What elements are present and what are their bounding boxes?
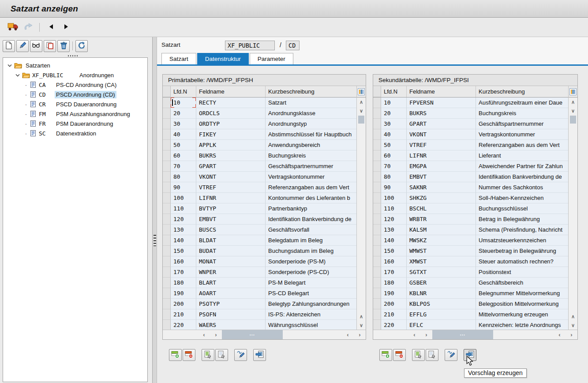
- tree-item-fr[interactable]: · FR PSM Daueranordnung: [3, 119, 147, 128]
- column-header-kurzbeschreibung[interactable]: Kurzbeschreibung: [476, 86, 568, 97]
- table-row[interactable]: 70 EMGPA Abweichender Partner für Zahlun: [373, 161, 568, 172]
- scrollbar-thumb[interactable]: [358, 116, 364, 124]
- row-selector[interactable]: [373, 129, 381, 140]
- cell-feldname[interactable]: PSOTYP: [196, 299, 266, 309]
- primary-horizontal-scrollbar[interactable]: ‹ › ⋯ ‹ ›: [163, 330, 366, 339]
- table-row[interactable]: 130 BUSCS Geschäftsvorfall: [163, 225, 356, 235]
- cell-kurzbeschreibung[interactable]: Buchungsschlüssel: [476, 203, 568, 214]
- table-row[interactable]: 140 BLDAT Belegdatum im Beleg: [163, 235, 356, 246]
- cell-lfdn[interactable]: 180: [171, 278, 196, 288]
- column-header-lfdn[interactable]: Lfd.N: [171, 86, 196, 97]
- cell-feldname[interactable]: AOART: [196, 288, 266, 299]
- cell-kurzbeschreibung[interactable]: Buchungsdatum im Beleg: [266, 246, 356, 256]
- row-selector[interactable]: [163, 288, 171, 299]
- cell-kurzbeschreibung[interactable]: Positionstext: [476, 267, 568, 278]
- scroll-up-button[interactable]: ∧: [357, 98, 366, 106]
- cell-lfdn[interactable]: 160: [381, 256, 407, 267]
- cell-kurzbeschreibung[interactable]: PS-M Belegart: [266, 278, 356, 288]
- row-selector[interactable]: [373, 140, 381, 150]
- scroll-right-button[interactable]: ›: [354, 330, 366, 339]
- row-selector[interactable]: [163, 203, 171, 214]
- cell-feldname[interactable]: BUDAT: [196, 246, 266, 256]
- row-selector[interactable]: [163, 129, 171, 140]
- cell-kurzbeschreibung[interactable]: Geschäftsbereich: [476, 278, 568, 288]
- tree-item-label[interactable]: Datenextraktion: [55, 130, 97, 137]
- scroll-left-button[interactable]: ‹: [342, 330, 354, 339]
- cell-feldname[interactable]: KALSM: [407, 225, 476, 235]
- row-selector[interactable]: [163, 320, 171, 330]
- table-row[interactable]: 120 EMBVT Identifikation Bankverbindung …: [163, 214, 356, 225]
- tree-item-sc[interactable]: · SC Datenextraktion: [3, 128, 147, 138]
- cell-feldname[interactable]: LIFNR: [196, 193, 266, 203]
- cell-feldname[interactable]: VKONT: [196, 172, 266, 182]
- cell-kurzbeschreibung[interactable]: Buchungskreis: [476, 108, 568, 119]
- scroll-down-button[interactable]: ∨: [569, 106, 577, 115]
- table-row[interactable]: 210 PSOFN IS-PS: Aktenzeichen: [163, 309, 356, 320]
- table-row[interactable]: 90 SAKNR Nummer des Sachkontos: [373, 182, 568, 193]
- cell-feldname[interactable]: BLDAT: [196, 235, 266, 246]
- column-header-feldname[interactable]: Feldname: [407, 86, 476, 97]
- cell-kurzbeschreibung[interactable]: Belegtyp Zahlungsanordnungen: [266, 299, 356, 309]
- cell-feldname[interactable]: BUSCS: [196, 225, 266, 235]
- row-selector[interactable]: [163, 256, 171, 267]
- row-selector[interactable]: [373, 288, 381, 299]
- cell-lfdn[interactable]: 110: [171, 203, 196, 214]
- scroll-up-button[interactable]: ∧: [357, 312, 366, 321]
- scrollbar-thumb[interactable]: ⋯: [432, 330, 493, 339]
- tree-item-label[interactable]: PSM Auszahlungsanordnung: [55, 110, 131, 118]
- cell-lfdn[interactable]: 180: [381, 278, 407, 288]
- delete-button[interactable]: [57, 40, 70, 52]
- cell-feldname[interactable]: SGTXT: [407, 267, 476, 278]
- cell-kurzbeschreibung[interactable]: Abstimmschlüssel für Hauptbuch: [266, 129, 356, 140]
- insert-row-button[interactable]: [379, 349, 392, 361]
- cell-kurzbeschreibung[interactable]: Soll-/Haben-Kennzeichen: [476, 193, 568, 203]
- row-selector[interactable]: [373, 235, 381, 246]
- row-selector[interactable]: [373, 172, 381, 182]
- table-row[interactable]: 220 EFLC Kennzeichen: letzte Anordnungs: [373, 320, 568, 330]
- cell-kurzbeschreibung[interactable]: Kennzeichen: letzte Anordnungs: [476, 320, 568, 330]
- row-selector[interactable]: [373, 320, 381, 330]
- cell-kurzbeschreibung[interactable]: Nummer des Sachkontos: [476, 182, 568, 193]
- scroll-down-button[interactable]: ∨: [569, 321, 577, 330]
- tree-item-cd[interactable]: · CD PSCD Anordnung (CD): [3, 90, 147, 99]
- cell-feldname[interactable]: PSOFN: [196, 309, 266, 320]
- cell-kurzbeschreibung[interactable]: Sonderperiode (PS-M): [266, 256, 356, 267]
- cell-feldname[interactable]: KBLNR: [407, 288, 476, 299]
- cell-lfdn[interactable]: 120: [381, 214, 407, 225]
- cell-feldname[interactable]: WAERS: [196, 320, 266, 330]
- row-selector[interactable]: [163, 309, 171, 320]
- row-selector[interactable]: [163, 140, 171, 150]
- row-selector[interactable]: [373, 182, 381, 193]
- table-row[interactable]: 130 KALSM Schema (Preisfindung, Nachrich…: [373, 225, 568, 235]
- scroll-down-button[interactable]: ∨: [357, 106, 366, 115]
- cell-feldname[interactable]: VKONT: [407, 129, 476, 140]
- change-button[interactable]: [16, 40, 29, 52]
- cell-kurzbeschreibung[interactable]: Referenzangaben aus dem Vert: [476, 140, 568, 150]
- table-row[interactable]: 20 BUKRS Buchungskreis: [373, 108, 568, 119]
- table-row[interactable]: 160 XMWST Steuer automatisch rechnen?: [373, 256, 568, 267]
- cell-lfdn[interactable]: 220: [381, 320, 407, 330]
- cell-feldname[interactable]: FIKEY: [196, 129, 266, 140]
- table-row[interactable]: 210 EFFLG Mittelvormerkung erzeugen: [373, 309, 568, 320]
- generate-proposal-button[interactable]: [253, 349, 266, 361]
- cell-feldname[interactable]: BVTYP: [196, 203, 266, 214]
- table-row[interactable]: 180 BLART PS-M Belegart: [163, 278, 356, 288]
- tree-item-cr[interactable]: · CR PSCD Daueranordnung: [3, 99, 147, 109]
- table-row[interactable]: 100 LIFNR Kontonummer des Lieferanten b: [163, 193, 356, 203]
- cell-feldname[interactable]: KBLPOS: [407, 299, 476, 309]
- cell-lfdn[interactable]: 170: [171, 267, 196, 278]
- cell-kurzbeschreibung[interactable]: Referenzangaben aus dem Vert: [266, 182, 356, 193]
- cell-kurzbeschreibung[interactable]: Ausführungszeitraum einer Daue: [476, 98, 568, 108]
- tree-item-fm[interactable]: · FM PSM Auszahlungsanordnung: [3, 109, 147, 119]
- cell-feldname[interactable]: WRBTR: [407, 214, 476, 225]
- row-selector[interactable]: [163, 267, 171, 278]
- row-selector[interactable]: [373, 98, 381, 108]
- cell-lfdn[interactable]: 200: [171, 299, 196, 309]
- row-selector[interactable]: [373, 278, 381, 288]
- select-all-column[interactable]: [163, 86, 171, 97]
- row-selector[interactable]: [163, 225, 171, 235]
- cell-lfdn[interactable]: 140: [171, 235, 196, 246]
- cell-lfdn[interactable]: 150: [171, 246, 196, 256]
- cell-feldname[interactable]: GPART: [407, 119, 476, 129]
- column-header-feldname[interactable]: Feldname: [196, 86, 266, 97]
